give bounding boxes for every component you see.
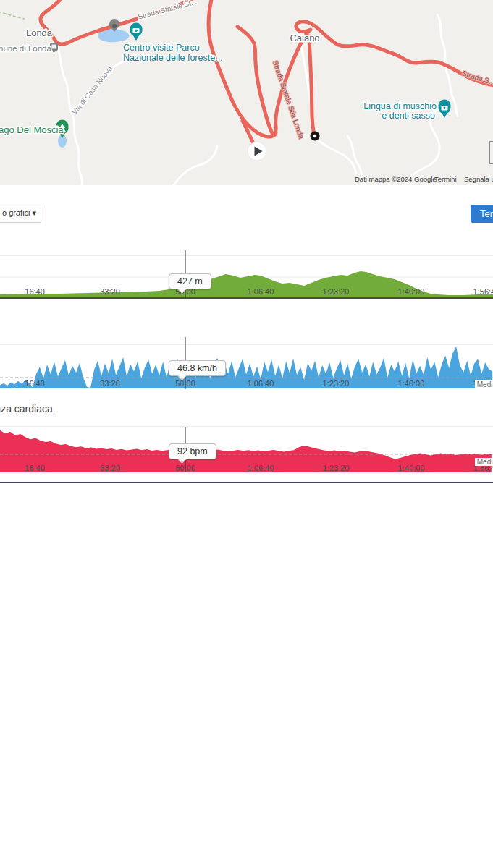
time-toggle-button[interactable]: Tempo (471, 205, 493, 223)
route-end-marker (311, 132, 320, 141)
speed-chart[interactable] (0, 337, 493, 389)
map-attribution: Dati mappa ©2024 Google Termini Segnala … (0, 175, 493, 184)
locality-label-londa: Londa (26, 27, 53, 38)
heart-rate-chart[interactable] (0, 426, 493, 473)
poi-label-del-moscia: ago Del Moscia (0, 124, 64, 135)
section-divider (0, 482, 493, 483)
activity-analysis-page: Londa Caiano nune di Londa Centro visite… (0, 0, 493, 868)
terms-link[interactable]: Termini (434, 175, 457, 183)
poi-label-lingua-line2: e denti sasso (382, 111, 435, 121)
area-label-comune-di-londa: nune di Londa (0, 44, 52, 53)
charts-dropdown-button[interactable]: o grafici ▾ (0, 205, 41, 223)
heart-rate-tooltip: 92 bpm (169, 443, 216, 459)
charts-dropdown-label: o grafici ▾ (2, 208, 36, 218)
heart-rate-average-label: Media (475, 458, 493, 466)
speed-tooltip: 46.8 km/h (169, 360, 226, 376)
heart-rate-section-title: Frequenza cardiaca (0, 403, 53, 414)
hr-area-series (0, 430, 492, 472)
speed-average-label: Media (475, 380, 493, 388)
poi-label-lingua-line1: Lingua di muschio (363, 101, 437, 111)
elevation-area-series (0, 271, 493, 297)
speed-area-series (0, 346, 492, 388)
map-land (0, 0, 493, 185)
elevation-tooltip: 427 m (169, 273, 211, 289)
elevation-chart[interactable] (0, 250, 493, 299)
route-map[interactable]: Londa Caiano nune di Londa Centro visite… (0, 0, 493, 185)
play-button[interactable] (248, 142, 266, 161)
poi-label-centro-visite-line1: Centro visite Parco (123, 43, 200, 53)
time-toggle-label: Tempo (471, 205, 493, 223)
poi-label-centro-visite-line2: Nazionale delle foreste... (123, 53, 223, 63)
locality-label-caiano: Caiano (290, 33, 319, 43)
map-copyright: Dati mappa ©2024 Google (355, 175, 437, 183)
report-error-link[interactable]: Segnala un (464, 175, 493, 183)
